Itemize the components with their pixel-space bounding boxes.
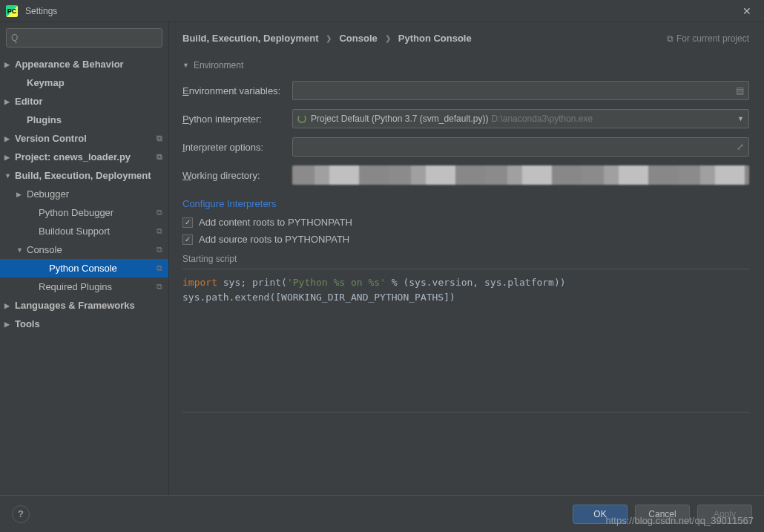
interpreter-value: Project Default (Python 3.7 (svm_default… xyxy=(311,114,488,124)
close-icon[interactable]: ✕ xyxy=(736,5,758,17)
sidebar: Q ▶Appearance & BehaviorKeymap▶EditorPlu… xyxy=(0,22,169,495)
tree-item-label: Version Control xyxy=(15,133,87,144)
checkbox-icon: ✓ xyxy=(182,234,193,245)
tree-arrow-icon: ▶ xyxy=(16,191,22,198)
tree-item-label: Appearance & Behavior xyxy=(15,59,124,70)
workdir-field[interactable] xyxy=(292,165,749,185)
chevron-right-icon: ❯ xyxy=(385,34,391,42)
starting-script-heading: Starting script xyxy=(182,254,749,264)
collapse-arrow-icon: ▼ xyxy=(182,62,189,69)
label-options: Interpreter options: xyxy=(182,142,292,153)
title-bar: PC Settings ✕ xyxy=(0,0,764,22)
tree-item-required-plugins[interactable]: Required Plugins⧉ xyxy=(0,278,168,296)
chevron-down-icon: ▼ xyxy=(737,115,744,122)
tree-item-label: Editor xyxy=(15,96,43,107)
tree-item-build-execution-deployment[interactable]: ▼Build, Execution, Deployment xyxy=(0,166,168,185)
copy-icon: ⧉ xyxy=(157,263,162,273)
breadcrumb-part[interactable]: Build, Execution, Deployment xyxy=(182,33,318,44)
window-title: Settings xyxy=(25,6,736,16)
tree-item-label: Plugins xyxy=(27,114,62,125)
copy-icon: ⧉ xyxy=(667,33,674,44)
breadcrumb-part[interactable]: Console xyxy=(339,33,377,44)
checkbox-content-roots[interactable]: ✓ Add content roots to PYTHONPATH xyxy=(182,217,749,228)
label-interpreter: Python interpreter: xyxy=(182,114,292,125)
tree-item-console[interactable]: ▼Console⧉ xyxy=(0,240,168,259)
label-env-vars: Environment variables: xyxy=(182,85,292,96)
interpreter-path: D:\anaconda3\python.exe xyxy=(491,114,593,124)
env-vars-input[interactable] xyxy=(297,85,731,96)
tree-item-label: Tools xyxy=(15,318,40,329)
code-line: sys.path.extend([WORKING_DIR_AND_PYTHON_… xyxy=(182,290,749,305)
copy-icon: ⧉ xyxy=(157,282,162,292)
tree-item-version-control[interactable]: ▶Version Control⧉ xyxy=(0,129,168,148)
checkbox-label: Add content roots to PYTHONPATH xyxy=(199,217,352,228)
pycharm-icon: PC xyxy=(6,5,18,17)
chevron-right-icon: ❯ xyxy=(326,34,332,42)
tree-item-plugins[interactable]: Plugins xyxy=(0,111,168,129)
tree-arrow-icon: ▶ xyxy=(4,61,10,68)
tree-item-python-console[interactable]: Python Console⧉ xyxy=(0,259,168,278)
divider xyxy=(182,269,749,269)
checkbox-label: Add source roots to PYTHONPATH xyxy=(199,234,349,245)
tree-item-python-debugger[interactable]: Python Debugger⧉ xyxy=(0,203,168,222)
options-input[interactable] xyxy=(297,142,732,152)
configure-interpreters-link[interactable]: Configure Interpreters xyxy=(182,198,276,209)
tree-item-label: Buildout Support xyxy=(39,226,110,237)
copy-icon: ⧉ xyxy=(157,134,162,143)
tree-item-label: Languages & Frameworks xyxy=(15,300,135,311)
tree-item-label: Console xyxy=(27,244,62,255)
tree-item-label: Python Debugger xyxy=(39,207,113,218)
expand-icon[interactable]: ⤢ xyxy=(737,142,744,152)
tree-item-languages-frameworks[interactable]: ▶Languages & Frameworks xyxy=(0,296,168,315)
tree-arrow-icon: ▶ xyxy=(4,135,10,142)
loading-spinner-icon xyxy=(297,114,306,123)
tree-item-label: Project: cnews_loader.py xyxy=(15,151,131,162)
options-field[interactable]: ⤢ xyxy=(292,137,749,157)
env-vars-field[interactable]: ▤ xyxy=(292,81,749,100)
tree-arrow-icon: ▶ xyxy=(4,98,10,105)
ok-button[interactable]: OK xyxy=(573,505,628,524)
label-workdir: Working directory: xyxy=(182,170,292,181)
tree-item-buildout-support[interactable]: Buildout Support⧉ xyxy=(0,222,168,240)
checkbox-icon: ✓ xyxy=(182,217,193,228)
footer: ? OK Cancel Apply xyxy=(0,495,764,532)
tree-item-debugger[interactable]: ▶Debugger xyxy=(0,185,168,203)
tree-arrow-icon: ▶ xyxy=(4,302,10,309)
content-pane: Build, Execution, Deployment ❯ Console ❯… xyxy=(169,22,764,495)
settings-tree: ▶Appearance & BehaviorKeymap▶EditorPlugi… xyxy=(0,53,168,495)
breadcrumb: Build, Execution, Deployment ❯ Console ❯… xyxy=(182,33,749,44)
cancel-button[interactable]: Cancel xyxy=(635,505,690,524)
tree-item-keymap[interactable]: Keymap xyxy=(0,73,168,92)
tree-item-label: Required Plugins xyxy=(39,281,112,292)
row-options: Interpreter options: ⤢ xyxy=(182,137,749,157)
copy-icon: ⧉ xyxy=(157,152,162,162)
section-environment[interactable]: ▼ Environment xyxy=(182,60,749,70)
search-icon: Q xyxy=(11,33,18,43)
tree-item-appearance-behavior[interactable]: ▶Appearance & Behavior xyxy=(0,55,168,73)
starting-script-editor[interactable]: import sys; print('Python %s on %s' % (s… xyxy=(182,275,749,409)
list-icon[interactable]: ▤ xyxy=(736,85,744,96)
copy-icon: ⧉ xyxy=(157,208,162,217)
apply-button[interactable]: Apply xyxy=(697,505,752,524)
tree-item-project-cnews-loader-py[interactable]: ▶Project: cnews_loader.py⧉ xyxy=(0,148,168,166)
divider xyxy=(182,412,749,413)
checkbox-source-roots[interactable]: ✓ Add source roots to PYTHONPATH xyxy=(182,234,749,245)
interpreter-dropdown[interactable]: Project Default (Python 3.7 (svm_default… xyxy=(292,109,749,128)
search-input[interactable] xyxy=(21,33,157,43)
copy-icon: ⧉ xyxy=(157,226,162,236)
breadcrumb-part: Python Console xyxy=(398,33,472,44)
row-interpreter: Python interpreter: Project Default (Pyt… xyxy=(182,109,749,128)
code-line: import sys; print('Python %s on %s' % (s… xyxy=(182,275,749,290)
search-box[interactable]: Q xyxy=(6,28,162,47)
tree-arrow-icon: ▼ xyxy=(4,172,11,180)
help-button[interactable]: ? xyxy=(12,505,30,523)
tree-item-label: Keymap xyxy=(27,77,65,88)
tree-item-editor[interactable]: ▶Editor xyxy=(0,92,168,111)
tree-item-label: Debugger xyxy=(27,188,69,200)
row-env-vars: Environment variables: ▤ xyxy=(182,81,749,100)
tree-item-label: Python Console xyxy=(49,263,117,274)
tree-item-tools[interactable]: ▶Tools xyxy=(0,315,168,333)
row-workdir: Working directory: xyxy=(182,165,749,185)
scope-note: ⧉ For current project xyxy=(667,33,749,44)
copy-icon: ⧉ xyxy=(157,245,162,254)
